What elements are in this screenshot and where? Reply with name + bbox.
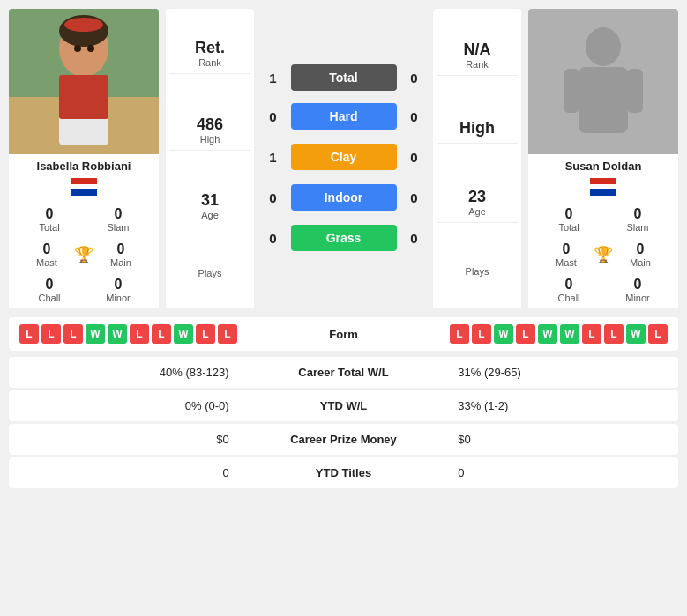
hard-row: 0 Hard 0 [261,96,426,137]
clay-row: 1 Clay 0 [261,137,426,177]
form-badge: L [41,324,61,344]
form-badge: W [538,324,557,344]
stats-row: 0YTD Titles0 [9,457,678,488]
hard-right-score: 0 [406,109,423,124]
stats-label: Career Total W/L [243,357,444,388]
left-total-value: 0 [16,206,83,222]
form-badge: L [218,324,237,344]
left-age-block: 31 Age [169,186,250,226]
right-minor-value: 0 [604,277,671,293]
right-main-value: 0 [613,241,668,257]
svg-point-5 [74,45,81,52]
form-badge: L [450,324,469,344]
right-player-name: Susan Doldan [528,154,678,176]
left-mast-label: Mast [19,257,74,268]
form-label: Form [243,328,444,341]
left-high-block: 486 High [169,110,250,151]
stats-label: YTD W/L [243,390,444,421]
left-rank-block: Ret. Rank [169,33,250,74]
svg-point-9 [586,27,621,66]
left-high-value: 486 [169,115,250,134]
svg-rect-10 [579,67,628,133]
stats-left-value: 40% (83-123) [9,357,243,388]
form-badge: L [472,324,491,344]
right-rank-value: N/A [437,41,518,59]
left-plays-label: Plays [169,268,250,278]
stats-left-value: 0% (0-0) [9,390,243,421]
left-trophy-icon: 🏆 [74,245,93,264]
total-row: 1 Total 0 [261,59,426,96]
total-right-score: 0 [406,71,423,85]
form-badge: L [19,324,39,344]
form-badge: L [516,324,535,344]
indoor-row: 0 Indoor 0 [261,177,426,218]
right-trophy-row: 0 Mast 🏆 0 Main [528,238,678,271]
clay-button: Clay [291,144,397,170]
left-high-label: High [169,134,250,145]
right-mast-label: Mast [539,257,594,268]
stats-row: 40% (83-123)Career Total W/L31% (29-65) [9,357,678,388]
left-form-badges: LLLWWLLWLL [19,324,237,344]
right-player-flag [528,178,678,196]
grass-button: Grass [291,225,397,251]
right-total-value: 0 [535,206,602,222]
right-chall-label: Chall [535,293,602,303]
form-badge: L [196,324,215,344]
clay-right-score: 0 [406,150,423,165]
form-badge: W [108,324,127,344]
form-row: LLLWWLLWLL Form LLWLWWLLWL [9,317,678,351]
stats-right-value: 31% (29-65) [444,357,678,388]
right-main-label: Main [613,257,668,268]
stats-right-value: $0 [444,424,678,455]
left-player-card: Isabella Robbiani 0 Total 0 Slam [9,9,159,308]
form-badge: W [560,324,579,344]
right-form-badges: LLWLWWLLWL [450,324,668,344]
right-high-block: High [437,114,518,144]
right-high-value: High [437,119,518,137]
stats-row: $0Career Prize Money$0 [9,424,678,455]
right-player-photo [528,9,678,154]
stats-table: 40% (83-123)Career Total W/L31% (29-65)0… [9,354,678,491]
right-minor-label: Minor [604,293,671,303]
left-rank-label: Rank [169,57,250,68]
left-player-name: Isabella Robbiani [9,154,159,176]
top-section: Isabella Robbiani 0 Total 0 Slam [0,0,687,317]
bottom-section: LLLWWLLWLL Form LLWLWWLLWL 40% (83-123)C… [0,317,687,500]
form-badge: W [494,324,513,344]
left-minor-label: Minor [85,293,152,303]
left-middle-stats: Ret. Rank 486 High 31 Age Plays [166,9,254,308]
form-badge: L [63,324,83,344]
grass-left-score: 0 [265,231,282,246]
form-badge: L [130,324,149,344]
left-player-stats: 0 Total 0 Slam [9,201,159,238]
left-age-label: Age [169,210,250,220]
stats-right-value: 0 [444,457,678,488]
form-badge: W [174,324,193,344]
form-badge: L [152,324,171,344]
right-player-card: Susan Doldan 0 Total 0 Slam [528,9,678,308]
grass-right-score: 0 [406,231,423,246]
right-plays-label: Plays [437,266,518,277]
stats-left-value: 0 [9,457,243,488]
left-trophy-row: 0 Mast 🏆 0 Main [9,238,159,271]
right-rank-label: Rank [437,59,518,70]
svg-rect-11 [564,69,579,113]
indoor-right-score: 0 [406,190,423,205]
left-player-photo [9,9,159,154]
left-bottom-stats: 0 Chall 0 Minor [9,271,159,308]
form-badge: L [582,324,601,344]
stats-row: 0% (0-0)YTD W/L33% (1-2) [9,390,678,421]
main-container: Isabella Robbiani 0 Total 0 Slam [0,0,687,500]
stats-left-value: $0 [9,424,243,455]
form-badge: W [86,324,105,344]
form-badge: W [626,324,646,344]
right-age-value: 23 [437,188,518,206]
svg-rect-7 [59,75,108,119]
right-bottom-stats: 0 Chall 0 Minor [528,271,678,308]
surface-area: 1 Total 0 0 Hard 0 1 Clay 0 0 Indoor 0 [261,9,426,308]
right-slam-label: Slam [604,222,671,233]
stats-label: Career Prize Money [243,424,444,455]
right-middle-stats: N/A Rank High 23 Age Plays [433,9,521,308]
indoor-left-score: 0 [265,190,282,205]
hard-button: Hard [291,103,397,130]
